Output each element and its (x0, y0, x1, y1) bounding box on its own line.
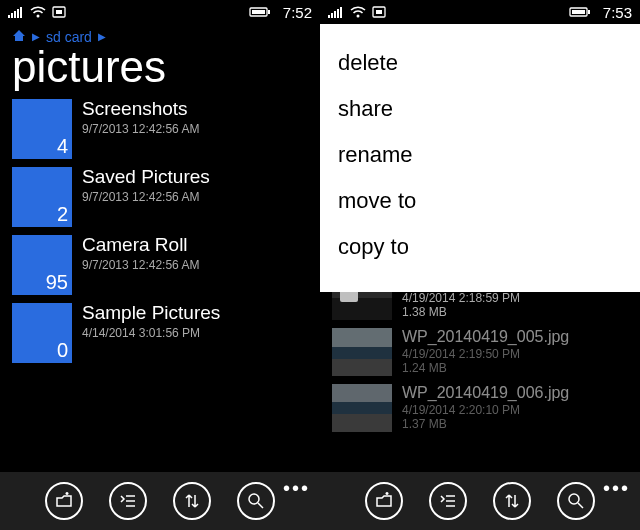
battery-icon (249, 6, 271, 18)
svg-point-21 (357, 15, 360, 18)
folder-list: 4 Screenshots 9/7/2013 12:42:56 AM 2 Sav… (0, 99, 320, 363)
folder-count: 2 (57, 203, 68, 226)
folder-row[interactable]: 2 Saved Pictures 9/7/2013 12:42:56 AM (12, 167, 308, 227)
menu-item-share[interactable]: share (338, 90, 622, 136)
menu-item-copy-to[interactable]: copy to (338, 228, 622, 274)
more-button[interactable]: ••• (603, 478, 630, 498)
folder-date: 9/7/2013 12:42:56 AM (82, 258, 199, 272)
file-size: 1.37 MB (402, 417, 569, 431)
svg-rect-23 (376, 10, 382, 14)
app-bar: ••• (320, 472, 640, 530)
file-name: WP_20140419_006.jpg (402, 384, 569, 402)
file-size: 1.24 MB (402, 361, 569, 375)
clock: 7:52 (283, 4, 312, 21)
folder-row[interactable]: 0 Sample Pictures 4/14/2014 3:01:56 PM (12, 303, 308, 363)
svg-rect-2 (14, 11, 16, 18)
nfc-icon (372, 6, 386, 18)
sort-button[interactable] (493, 482, 531, 520)
file-size: 1.38 MB (402, 305, 569, 319)
file-text: WP_20140419_005.jpg 4/19/2014 2:19:50 PM… (402, 328, 569, 375)
phone-right: 7:53 delete share rename move to copy to… (320, 0, 640, 530)
svg-rect-10 (268, 10, 270, 14)
file-date: 4/19/2014 2:20:10 PM (402, 403, 569, 417)
svg-rect-1 (11, 13, 13, 18)
svg-rect-19 (337, 9, 339, 18)
file-name: WP_20140419_005.jpg (402, 328, 569, 346)
menu-item-move-to[interactable]: move to (338, 182, 622, 228)
folder-count: 4 (57, 135, 68, 158)
context-menu: delete share rename move to copy to (320, 24, 640, 292)
phone-left: 7:52 ▶ sd card ▶ pictures 4 Screenshots … (0, 0, 320, 530)
svg-rect-4 (20, 7, 22, 18)
status-bar: 7:52 (0, 0, 320, 24)
folder-name: Screenshots (82, 99, 199, 120)
wifi-icon (30, 6, 46, 18)
svg-line-15 (258, 503, 263, 508)
folder-count: 95 (46, 271, 68, 294)
sort-button[interactable] (173, 482, 211, 520)
folder-count: 0 (57, 339, 68, 362)
battery-icon (569, 6, 591, 18)
file-list: WP_20140419_004.jpg 4/19/2014 2:18:59 PM… (320, 272, 640, 432)
svg-rect-20 (340, 7, 342, 18)
folder-tile: 4 (12, 99, 72, 159)
menu-item-delete[interactable]: delete (338, 44, 622, 90)
svg-rect-9 (252, 10, 265, 14)
status-right: 7:52 (249, 4, 312, 21)
folder-name: Saved Pictures (82, 167, 210, 188)
chevron-right-icon: ▶ (98, 31, 106, 42)
svg-rect-0 (8, 15, 10, 18)
new-folder-button[interactable] (365, 482, 403, 520)
signal-icon (8, 6, 24, 18)
file-date: 4/19/2014 2:18:59 PM (402, 291, 569, 305)
folder-name: Sample Pictures (82, 303, 220, 324)
folder-tile: 2 (12, 167, 72, 227)
file-thumbnail (332, 384, 392, 432)
folder-tile: 0 (12, 303, 72, 363)
svg-point-14 (249, 494, 259, 504)
new-folder-button[interactable] (45, 482, 83, 520)
svg-rect-25 (572, 10, 585, 14)
folder-date: 9/7/2013 12:42:56 AM (82, 190, 210, 204)
folder-text: Screenshots 9/7/2013 12:42:56 AM (82, 99, 199, 136)
svg-point-30 (569, 494, 579, 504)
status-left (328, 6, 386, 18)
file-text: WP_20140419_006.jpg 4/19/2014 2:20:10 PM… (402, 384, 569, 431)
file-thumbnail (332, 328, 392, 376)
svg-point-5 (37, 15, 40, 18)
svg-line-31 (578, 503, 583, 508)
select-button[interactable] (429, 482, 467, 520)
svg-rect-17 (331, 13, 333, 18)
folder-text: Sample Pictures 4/14/2014 3:01:56 PM (82, 303, 220, 340)
signal-icon (328, 6, 344, 18)
file-date: 4/19/2014 2:19:50 PM (402, 347, 569, 361)
svg-rect-18 (334, 11, 336, 18)
page-title: pictures (0, 45, 320, 99)
svg-rect-3 (17, 9, 19, 18)
more-button[interactable]: ••• (283, 478, 310, 498)
status-bar: 7:53 (320, 0, 640, 24)
folder-row[interactable]: 95 Camera Roll 9/7/2013 12:42:56 AM (12, 235, 308, 295)
folder-text: Saved Pictures 9/7/2013 12:42:56 AM (82, 167, 210, 204)
folder-row[interactable]: 4 Screenshots 9/7/2013 12:42:56 AM (12, 99, 308, 159)
folder-name: Camera Roll (82, 235, 199, 256)
status-right: 7:53 (569, 4, 632, 21)
app-bar: ••• (0, 472, 320, 530)
clock: 7:53 (603, 4, 632, 21)
status-left (8, 6, 66, 18)
menu-item-rename[interactable]: rename (338, 136, 622, 182)
wifi-icon (350, 6, 366, 18)
svg-rect-26 (588, 10, 590, 14)
search-button[interactable] (237, 482, 275, 520)
svg-rect-7 (56, 10, 62, 14)
select-button[interactable] (109, 482, 147, 520)
file-row[interactable]: WP_20140419_006.jpg 4/19/2014 2:20:10 PM… (332, 384, 628, 432)
folder-tile: 95 (12, 235, 72, 295)
folder-date: 4/14/2014 3:01:56 PM (82, 326, 220, 340)
folder-date: 9/7/2013 12:42:56 AM (82, 122, 199, 136)
nfc-icon (52, 6, 66, 18)
chevron-right-icon: ▶ (32, 31, 40, 42)
search-button[interactable] (557, 482, 595, 520)
svg-rect-16 (328, 15, 330, 18)
file-row[interactable]: WP_20140419_005.jpg 4/19/2014 2:19:50 PM… (332, 328, 628, 376)
